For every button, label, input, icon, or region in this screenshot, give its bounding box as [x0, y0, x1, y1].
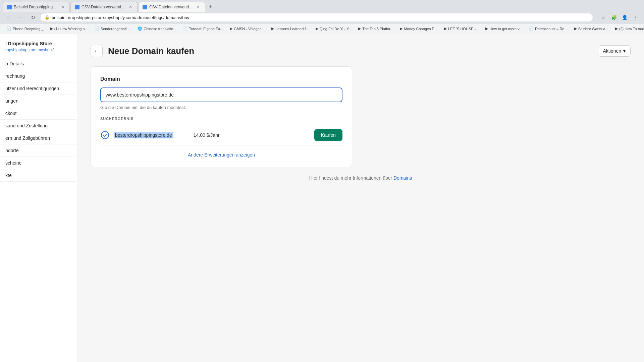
sidebar-item-steuern[interactable]: ern und Zollgebühren	[0, 132, 77, 144]
sidebar-item-ckout[interactable]: ckout	[0, 107, 77, 120]
sidebar-item-scheine[interactable]: scheine	[0, 157, 77, 169]
aktionen-button[interactable]: Aktionen ▾	[598, 45, 631, 57]
sidebar-item-versand[interactable]: sand und Zustellung	[0, 120, 77, 132]
bookmark-label: Qing Fei De Yi - Y...	[320, 27, 352, 31]
bookmark-label: The Top 3 Platfor...	[362, 27, 393, 31]
bookmark-favicon: ▶	[316, 26, 318, 31]
bookmark-favicon: ▶	[615, 26, 618, 31]
bookmark-label: Datenschutz – Re...	[535, 27, 568, 31]
tab-3[interactable]: CSV-Dateien verwenden, um ... ✕	[138, 2, 205, 12]
bookmark-favicon: 📄	[7, 26, 11, 31]
star-button[interactable]: ☆	[598, 13, 608, 22]
sidebar-store-url[interactable]: ropshipping-store.myshopif	[0, 48, 77, 58]
lock-icon: 🔒	[45, 15, 50, 20]
browser-actions: ☆ 🧩 👤 ⋮	[598, 13, 640, 22]
back-nav-button[interactable]: ←	[4, 13, 13, 22]
bookmark-3[interactable]: 🌐 Chinese translatio...	[135, 26, 179, 32]
back-button[interactable]: ←	[91, 45, 103, 57]
bookmark-label: Tutorial: Eigene Fa...	[189, 27, 223, 31]
bookmark-label: GMSN - Vologda...	[234, 27, 265, 31]
bookmark-favicon: ▶	[50, 26, 53, 31]
tab-1[interactable]: Beispiel Dropshipping Store ✕	[3, 2, 70, 12]
domain-card: Domain Gib die Domain ein, die du kaufen…	[91, 66, 352, 167]
tab-close-3[interactable]: ✕	[196, 4, 201, 10]
bookmark-7[interactable]: ▶ Qing Fei De Yi - Y...	[313, 26, 355, 32]
sidebar-store-name: l Dropshipping Store	[0, 41, 77, 48]
bookmark-label: (1) How Working a...	[54, 27, 88, 31]
bookmark-label: Money Changes E...	[404, 27, 437, 31]
address-text: beispiel-dropshipping-store.myshopify.co…	[52, 15, 189, 20]
domain-card-title: Domain	[100, 76, 342, 82]
domain-price: 14,00 $/Jahr	[194, 132, 314, 138]
bookmark-label: Chinese translatio...	[144, 27, 176, 31]
bookmark-favicon: ▶	[271, 26, 274, 31]
tab-close-1[interactable]: ✕	[60, 4, 65, 10]
bookmark-11[interactable]: ▶ How to get more v...	[483, 26, 525, 32]
bookmark-4[interactable]: 📄 Tutorial: Eigene Fa...	[180, 26, 226, 32]
domain-input[interactable]	[100, 87, 342, 102]
sidebar-item-berechtigungen[interactable]: utzer und Berechtigungen	[0, 82, 77, 95]
bookmark-10[interactable]: ▶ LEE 'S HOUSE -...	[441, 26, 481, 32]
bookmark-label: Lessons Learned f...	[275, 27, 309, 31]
bookmark-5[interactable]: ▶ GMSN - Vologda...	[227, 26, 267, 32]
sidebar-item-rechnung[interactable]: rechnung	[0, 70, 77, 82]
reload-button[interactable]: ↻	[28, 13, 38, 22]
browser-chrome: Beispiel Dropshipping Store ✕ CSV-Dateie…	[0, 0, 644, 23]
search-result-row: besterdropshippingstore.de 14,00 $/Jahr …	[100, 125, 342, 145]
domains-link[interactable]: Domains	[393, 175, 412, 181]
sidebar: l Dropshipping Store ropshipping-store.m…	[0, 34, 77, 362]
bookmark-6[interactable]: ▶ Lessons Learned f...	[269, 26, 312, 32]
page-header-left: ← Neue Domain kaufen	[91, 45, 194, 57]
kaufen-button[interactable]: Kaufen	[314, 129, 342, 141]
tab-2[interactable]: CSV-Dateien verwenden, um ... ✕	[70, 2, 138, 12]
sidebar-nav: p-Details rechnung utzer und Berechtigun…	[0, 58, 77, 182]
bookmark-label: (2) How To Add A...	[619, 27, 644, 31]
bookmark-favicon: ▶	[230, 26, 232, 31]
check-circle-icon	[100, 130, 110, 140]
bookmark-14[interactable]: ▶ (2) How To Add A...	[612, 26, 644, 32]
chevron-down-icon: ▾	[623, 48, 626, 54]
domain-name-result: besterdropshippingstore.de	[114, 132, 173, 138]
tab-favicon-3	[143, 5, 147, 9]
info-text-before: Hier findest du mehr Informationen über	[309, 175, 392, 181]
bookmark-1[interactable]: ▶ (1) How Working a...	[48, 26, 91, 32]
menu-button[interactable]: ⋮	[631, 13, 640, 22]
bookmark-favicon: ▶	[358, 26, 361, 31]
bookmark-favicon: ▶	[485, 26, 488, 31]
address-bar[interactable]: 🔒 beispiel-dropshipping-store.myshopify.…	[40, 13, 593, 22]
main-content: ← Neue Domain kaufen Aktionen ▾ Domain G…	[77, 34, 644, 362]
info-text: Hier findest du mehr Informationen über …	[91, 175, 631, 181]
bookmark-12[interactable]: 📄 Datenschutz – Re...	[526, 26, 570, 32]
sidebar-item-kte[interactable]: kte	[0, 169, 77, 182]
bookmark-9[interactable]: ▶ Money Changes E...	[397, 26, 440, 32]
tab-favicon-1	[7, 5, 12, 9]
bookmark-favicon: ▶	[444, 26, 447, 31]
suchergebnis-label: SUCHERGEBNIS	[100, 117, 342, 121]
extensions-button[interactable]: 🧩	[609, 13, 619, 22]
bookmark-2[interactable]: 📄 Sonderangebot! ...	[92, 26, 134, 32]
sidebar-item-p-details[interactable]: p-Details	[0, 58, 77, 70]
tab-label-1: Beispiel Dropshipping Store	[14, 5, 58, 9]
bookmark-favicon: 📄	[95, 26, 99, 31]
bookmark-phone-recycling[interactable]: 📄 Phone Recycling _	[4, 26, 46, 32]
sidebar-item-standorte[interactable]: ndorte	[0, 144, 77, 157]
bookmark-label: LEE 'S HOUSE -...	[448, 27, 479, 31]
tab-close-2[interactable]: ✕	[128, 4, 133, 10]
bookmark-label: Sonderangebot! ...	[101, 27, 131, 31]
forward-nav-button[interactable]: →	[16, 13, 25, 22]
tab-label-2: CSV-Dateien verwenden, um ...	[82, 5, 126, 9]
bookmark-8[interactable]: ▶ The Top 3 Platfor...	[356, 26, 396, 32]
address-bar-row: ← → ↻ 🔒 beispiel-dropshipping-store.mysh…	[0, 12, 644, 23]
page-header: ← Neue Domain kaufen Aktionen ▾	[91, 45, 631, 57]
new-tab-button[interactable]: +	[206, 2, 215, 11]
aktionen-label: Aktionen	[603, 48, 621, 54]
sidebar-item-ungen[interactable]: ungen	[0, 95, 77, 107]
bookmark-favicon: 📄	[529, 26, 534, 31]
bookmark-favicon: 🌐	[138, 26, 142, 31]
bookmark-13[interactable]: ▶ Student Wants a...	[572, 26, 611, 32]
bookmark-label: How to get more v...	[489, 27, 522, 31]
profile-button[interactable]: 👤	[620, 13, 629, 22]
tab-favicon-2	[75, 5, 79, 9]
app-layout: l Dropshipping Store ropshipping-store.m…	[0, 34, 644, 362]
andere-erweiterungen-link[interactable]: Andere Erweiterungen anzeigen	[100, 152, 342, 158]
